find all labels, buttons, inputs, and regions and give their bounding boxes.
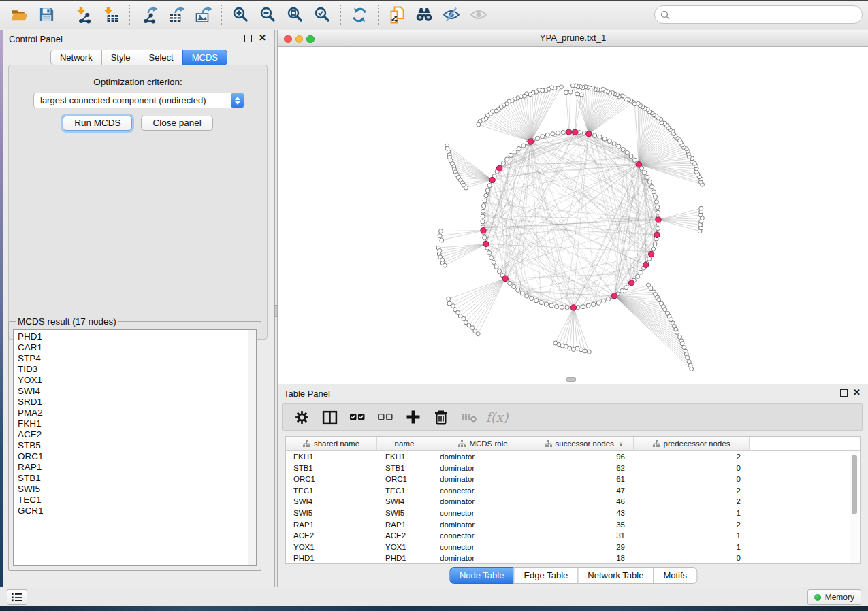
network-node[interactable] — [534, 299, 539, 303]
tab-network[interactable]: Network — [50, 50, 102, 65]
network-node[interactable] — [555, 304, 559, 308]
table-row[interactable]: ORC1ORC1dominator610 — [286, 474, 860, 485]
network-node[interactable] — [560, 305, 564, 309]
network-node[interactable] — [602, 137, 607, 141]
network-node[interactable] — [517, 146, 521, 150]
tab-select[interactable]: Select — [140, 50, 183, 65]
network-node[interactable] — [653, 195, 657, 199]
network-node[interactable] — [633, 158, 637, 162]
network-node[interactable] — [530, 297, 534, 301]
mcds-node[interactable] — [502, 276, 508, 281]
network-node[interactable] — [647, 257, 652, 261]
network-node[interactable] — [476, 332, 480, 336]
network-node[interactable] — [545, 133, 549, 137]
network-node[interactable] — [541, 135, 545, 139]
mcds-node[interactable] — [573, 129, 578, 135]
network-node[interactable] — [586, 303, 590, 308]
mcds-node[interactable] — [586, 131, 592, 137]
mcds-result-item[interactable]: PHD1 — [14, 331, 256, 342]
network-node[interactable] — [484, 193, 488, 197]
deselect-all-button[interactable] — [377, 409, 393, 425]
search-input[interactable] — [673, 10, 856, 20]
network-node[interactable] — [652, 190, 656, 194]
export-image-button[interactable] — [189, 3, 216, 27]
network-node[interactable] — [462, 316, 466, 320]
network-node[interactable] — [443, 263, 447, 267]
network-node[interactable] — [663, 308, 667, 312]
network-node[interactable] — [447, 297, 451, 301]
mcds-result-item[interactable]: ACE2 — [14, 429, 256, 440]
first-neighbors-button[interactable] — [411, 3, 438, 27]
mcds-node[interactable] — [649, 251, 654, 257]
close-table-panel-icon[interactable]: ✕ — [853, 387, 861, 398]
network-node[interactable] — [581, 305, 585, 309]
network-node[interactable] — [497, 269, 501, 274]
network-node[interactable] — [482, 204, 486, 208]
network-node[interactable] — [686, 355, 690, 359]
network-node[interactable] — [607, 139, 611, 143]
network-node[interactable] — [587, 350, 591, 354]
mcds-result-item[interactable]: STB5 — [14, 440, 256, 451]
network-node[interactable] — [680, 342, 684, 346]
network-node[interactable] — [607, 297, 611, 301]
network-node[interactable] — [539, 301, 543, 305]
column-header-successor-nodes[interactable]: successor nodes∨ — [534, 437, 634, 451]
tab-style[interactable]: Style — [101, 50, 140, 65]
table-row[interactable]: SWI4SWI4dominator462 — [286, 496, 860, 508]
zoom-out-button[interactable] — [254, 3, 281, 27]
network-node[interactable] — [544, 302, 548, 306]
mcds-node[interactable] — [628, 280, 634, 286]
mcds-result-item[interactable]: GCR1 — [14, 506, 256, 516]
network-node[interactable] — [483, 199, 487, 203]
network-node[interactable] — [487, 184, 492, 188]
network-node[interactable] — [699, 206, 703, 210]
network-node[interactable] — [481, 209, 485, 213]
network-node[interactable] — [565, 306, 569, 310]
window-close-button[interactable] — [284, 35, 292, 44]
network-node[interactable] — [624, 286, 628, 290]
network-node[interactable] — [612, 142, 616, 146]
network-node[interactable] — [535, 136, 539, 140]
table-row[interactable]: SWI5SWI5connector431 — [286, 508, 860, 519]
column-header-shared-name[interactable]: shared name — [286, 437, 377, 451]
table-scrollbar-thumb[interactable] — [852, 455, 857, 514]
network-node[interactable] — [643, 171, 647, 175]
export-network-button[interactable] — [135, 3, 162, 27]
network-node[interactable] — [645, 175, 649, 179]
save-session-button[interactable] — [33, 3, 60, 27]
network-node[interactable] — [481, 220, 485, 224]
mcds-node[interactable] — [636, 162, 641, 167]
zoom-fit-button[interactable] — [281, 3, 308, 27]
mcds-result-item[interactable]: SWI5 — [14, 484, 256, 495]
window-minimize-button[interactable] — [295, 35, 304, 44]
import-table-button[interactable] — [97, 3, 125, 27]
network-node[interactable] — [652, 247, 656, 251]
network-node[interactable] — [485, 188, 489, 193]
mcds-node[interactable] — [483, 241, 489, 246]
panel-menu-button[interactable] — [7, 589, 27, 605]
network-node[interactable] — [568, 90, 573, 94]
network-node[interactable] — [690, 367, 694, 371]
network-node[interactable] — [520, 291, 524, 295]
network-node[interactable] — [501, 161, 505, 165]
network-node[interactable] — [447, 301, 451, 306]
network-node[interactable] — [649, 286, 653, 291]
table-row[interactable]: FKH1FKH1dominator962 — [286, 451, 860, 463]
network-node[interactable] — [568, 346, 572, 350]
tab-mcds[interactable]: MCDS — [182, 50, 227, 65]
network-node[interactable] — [656, 210, 660, 214]
mcds-result-item[interactable]: STB1 — [14, 473, 256, 484]
window-zoom-button[interactable] — [306, 35, 315, 44]
table-row[interactable]: ACE2ACE2connector311 — [286, 530, 860, 542]
mcds-result-item[interactable]: SRD1 — [14, 397, 256, 408]
open-file-button[interactable] — [5, 3, 33, 27]
network-node[interactable] — [440, 238, 444, 242]
tab-edge-table[interactable]: Edge Table — [513, 567, 578, 584]
delete-table-button[interactable] — [433, 409, 449, 425]
network-node[interactable] — [509, 153, 513, 157]
close-panel-icon[interactable]: ✕ — [259, 33, 266, 44]
network-node[interactable] — [575, 92, 579, 96]
network-node[interactable] — [481, 214, 485, 218]
network-node[interactable] — [601, 299, 605, 303]
mcds-result-item[interactable]: YOX1 — [14, 375, 256, 386]
